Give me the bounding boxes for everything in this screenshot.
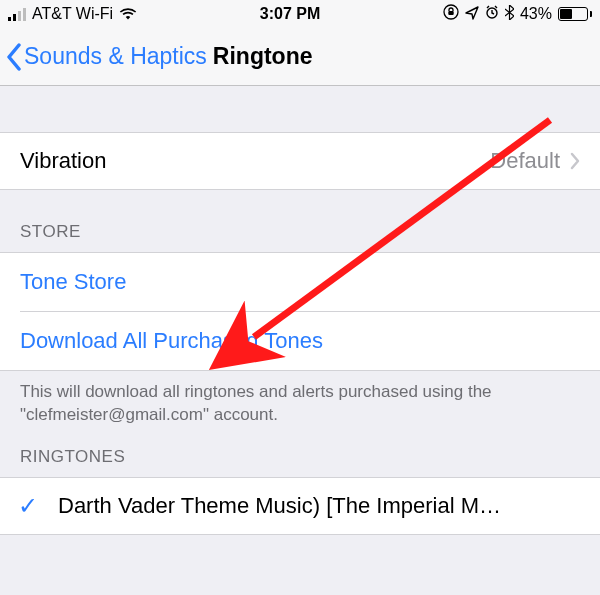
vibration-row[interactable]: Vibration Default: [0, 132, 600, 190]
nav-bar: Sounds & Haptics Ringtone: [0, 28, 600, 86]
vibration-value: Default: [490, 148, 560, 174]
ringtones-header: RINGTONES: [0, 427, 600, 477]
download-all-row[interactable]: Download All Purchased Tones: [0, 312, 600, 370]
svg-rect-1: [448, 11, 453, 15]
back-label: Sounds & Haptics: [24, 43, 207, 70]
store-footer: This will download all ringtones and ale…: [0, 371, 600, 427]
signal-icon: [8, 7, 26, 21]
tone-store-row[interactable]: Tone Store: [0, 253, 600, 311]
store-group: Tone Store Download All Purchased Tones: [0, 252, 600, 371]
checkmark-icon: ✓: [18, 492, 42, 520]
battery-pct: 43%: [520, 5, 552, 23]
bluetooth-icon: [505, 5, 514, 23]
ringtone-title: Darth Vader Theme Music) [The Imperial M…: [58, 493, 501, 519]
tone-store-label: Tone Store: [20, 269, 126, 295]
orientation-lock-icon: [443, 4, 459, 24]
status-right: 43%: [443, 4, 592, 24]
location-icon: [465, 6, 479, 23]
vibration-label: Vibration: [20, 148, 106, 174]
page-title: Ringtone: [213, 43, 313, 70]
store-header: STORE: [0, 190, 600, 252]
alarm-icon: [485, 5, 499, 23]
clock: 3:07 PM: [137, 5, 443, 23]
chevron-left-icon: [6, 43, 22, 71]
back-button[interactable]: Sounds & Haptics: [6, 43, 207, 71]
chevron-right-icon: [570, 152, 580, 170]
download-all-label: Download All Purchased Tones: [20, 328, 323, 354]
wifi-icon: [119, 7, 137, 21]
status-left: AT&T Wi-Fi: [8, 5, 137, 23]
carrier-label: AT&T Wi-Fi: [32, 5, 113, 23]
battery-icon: [558, 7, 592, 21]
ringtone-row-selected[interactable]: ✓ Darth Vader Theme Music) [The Imperial…: [0, 477, 600, 535]
status-bar: AT&T Wi-Fi 3:07 PM 43%: [0, 0, 600, 28]
